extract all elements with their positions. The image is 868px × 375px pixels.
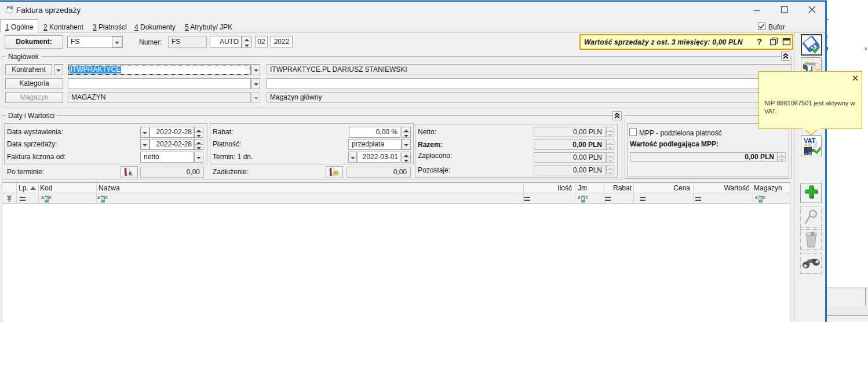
- svg-text:VAT: VAT: [804, 137, 816, 144]
- svg-text:FS: FS: [7, 5, 13, 10]
